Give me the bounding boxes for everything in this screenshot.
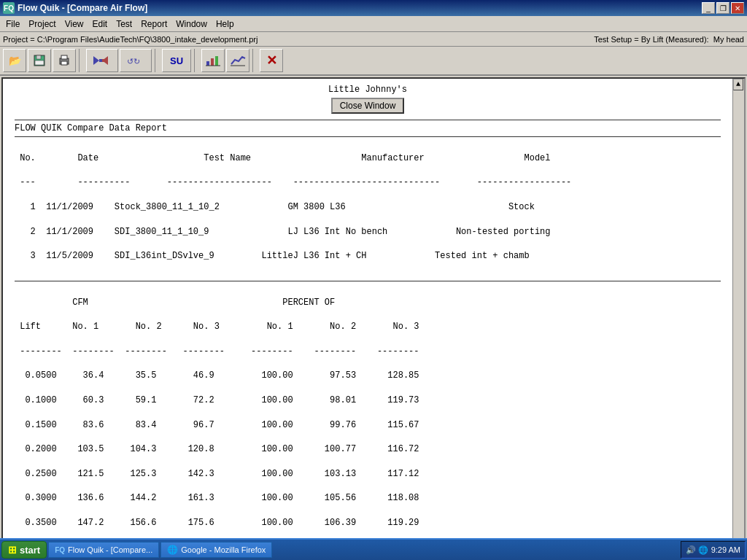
taskbar-item-flowquik[interactable]: FQ Flow Quik - [Compare...: [48, 542, 159, 558]
toolbar-separator-1: [79, 49, 83, 72]
chart2-button[interactable]: [226, 49, 249, 72]
menu-item-report[interactable]: Report: [136, 18, 171, 31]
system-tray-icons: 🔊 🌐: [686, 545, 708, 555]
taskbar-item-firefox-label: Google - Mozilla Firefox: [181, 545, 266, 554]
data-row-1: 0.0500 36.4 35.5 46.9 100.00 97.53 128.8…: [15, 370, 419, 381]
svg-rect-13: [215, 56, 218, 66]
project-path: Project = C:\Program Files\AudieTech\FQ\…: [3, 35, 579, 44]
taskbar-item-flowquik-label: Flow Quik - [Compare...: [68, 545, 152, 554]
data-row-2: 0.1000 60.3 59.1 72.2 100.00 98.01 119.7…: [15, 395, 419, 405]
info-row-3: 3 11/5/2009 SDI_L36int_DSvlve_9 LittleJ …: [15, 251, 530, 261]
menu-item-view[interactable]: View: [61, 18, 88, 31]
start-button[interactable]: ⊞ start: [1, 541, 47, 559]
data-row-4: 0.2000 103.5 104.3 120.8 100.00 100.77 1…: [15, 444, 419, 454]
toolbar-separator-4: [252, 49, 257, 72]
toolbar-separator-3: [194, 49, 198, 72]
menu-item-test[interactable]: Test: [112, 18, 136, 31]
col-no-header: No. Date Test Name Manufacturer Model: [15, 153, 551, 163]
title-bar-buttons: _ ❐ ✕: [702, 2, 744, 14]
svg-rect-1: [36, 55, 41, 59]
report-title: Little Johnny's: [328, 85, 407, 95]
close-window-button[interactable]: Close Window: [331, 98, 405, 114]
main-content: ▲ ▼ Little Johnny's Close Window FLOW QU…: [1, 77, 746, 559]
windows-logo: ⊞: [8, 544, 17, 556]
menu-item-edit[interactable]: Edit: [88, 18, 112, 31]
report-header: FLOW QUIK Compare Data Report: [15, 123, 721, 133]
restore-button[interactable]: ❐: [716, 2, 729, 14]
print-button[interactable]: [53, 49, 76, 72]
scrollbar[interactable]: ▲ ▼: [732, 79, 744, 557]
taskbar-item-firefox-icon: 🌐: [167, 545, 178, 555]
menu-item-help[interactable]: Help: [212, 18, 239, 31]
divider-1: [15, 120, 721, 120]
taskbar-item-flowquik-icon: FQ: [55, 546, 65, 554]
menu-bar: File Project View Edit Test Report Windo…: [0, 16, 747, 32]
close-button[interactable]: ✕: [260, 49, 283, 72]
svg-rect-2: [35, 61, 44, 65]
svg-rect-11: [206, 61, 209, 66]
toolbar: 📂 ↺↻ SU: [0, 47, 747, 76]
close-window-btn-row: Close Window: [15, 98, 721, 114]
start-label: start: [20, 545, 40, 556]
nav-arrows-button[interactable]: [86, 49, 118, 72]
chart1-button[interactable]: [201, 49, 225, 72]
divider-2: [15, 136, 721, 137]
su-button[interactable]: SU: [162, 49, 191, 72]
open-button[interactable]: 📂: [3, 49, 26, 72]
project-bar: Project = C:\Program Files\AudieTech\FQ\…: [0, 32, 747, 47]
svg-rect-4: [61, 55, 67, 59]
title-bar: FQ Flow Quik - [Compare Air Flow] _ ❐ ✕: [0, 0, 747, 16]
info-table: No. Date Test Name Manufacturer Model --…: [15, 140, 721, 275]
refresh-button[interactable]: ↺↻: [120, 49, 152, 72]
svg-marker-6: [93, 56, 99, 65]
menu-item-file[interactable]: File: [1, 18, 24, 31]
clock: 9:29 AM: [711, 545, 740, 554]
report-title-row: Little Johnny's: [15, 85, 721, 95]
title-bar-text: Flow Quik - [Compare Air Flow]: [18, 3, 147, 13]
data-table: CFM PERCENT OF Lift No. 1 No. 2 No. 3 No…: [15, 284, 721, 559]
close-window-title-button[interactable]: ✕: [731, 2, 744, 14]
taskbar-item-firefox[interactable]: 🌐 Google - Mozilla Firefox: [160, 542, 272, 558]
test-setup-label: Test Setup = By Lift (Measured): My head: [594, 35, 744, 44]
app-icon: FQ: [3, 2, 15, 14]
toolbar-separator-2: [155, 49, 159, 72]
scroll-up-button[interactable]: ▲: [733, 79, 743, 90]
svg-rect-5: [61, 61, 67, 65]
data-row-6: 0.3000 136.6 144.2 161.3 100.00 105.56 1…: [15, 493, 419, 503]
menu-item-project[interactable]: Project: [24, 18, 60, 31]
save-button[interactable]: [28, 49, 51, 72]
svg-text:↺↻: ↺↻: [127, 57, 140, 66]
data-row-3: 0.1500 83.6 83.4 96.7 100.00 99.76 115.6…: [15, 420, 419, 430]
divider-3: [15, 281, 721, 281]
menu-item-window[interactable]: Window: [171, 18, 212, 31]
info-row-1: 1 11/1/2009 Stock_3800_11_1_10_2 GM 3800…: [15, 202, 535, 212]
data-row-5: 0.2500 121.5 125.3 142.3 100.00 103.13 1…: [15, 469, 419, 479]
svg-rect-12: [211, 58, 214, 66]
col-dividers: --- ---------- -------------------- ----…: [15, 177, 571, 187]
minimize-button[interactable]: _: [702, 2, 715, 14]
taskbar: ⊞ start FQ Flow Quik - [Compare... 🌐 Goo…: [0, 538, 747, 560]
svg-rect-7: [99, 59, 102, 62]
info-row-2: 2 11/1/2009 SDI_3800_11_1_10_9 LJ L36 In…: [15, 227, 551, 237]
taskbar-clock: 🔊 🌐 9:29 AM: [681, 541, 746, 559]
data-row-7: 0.3500 147.2 156.6 175.6 100.00 106.39 1…: [15, 518, 419, 528]
svg-rect-9: [102, 59, 105, 62]
